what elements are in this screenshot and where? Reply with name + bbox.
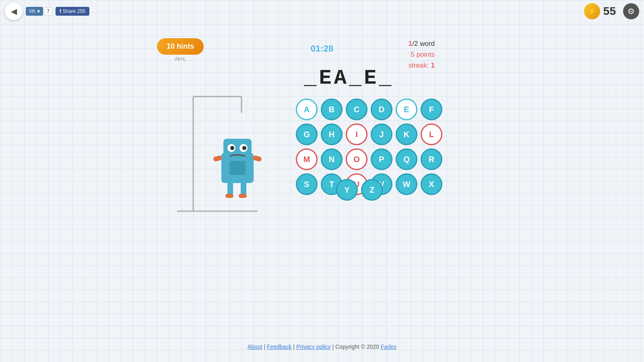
score-points: 5 points — [409, 49, 435, 60]
score-streak: streak: 1 — [409, 60, 435, 71]
letter-btn-d[interactable]: D — [371, 99, 392, 120]
letter-btn-o: O — [346, 148, 367, 170]
svg-rect-14 — [225, 194, 233, 198]
gear-icon: ⚙ — [627, 6, 635, 16]
fb-share-count: 255 — [77, 8, 85, 14]
company-link[interactable]: Farlex — [381, 343, 396, 350]
svg-rect-5 — [223, 139, 252, 161]
letter-btn-b[interactable]: B — [321, 99, 343, 120]
svg-rect-15 — [239, 194, 247, 198]
robot-character — [213, 133, 262, 201]
letter-row-last: YZ — [336, 179, 383, 201]
settings-button[interactable]: ⚙ — [623, 3, 639, 19]
copyright-text: | Copyright © 2020 — [332, 343, 381, 350]
sep2: | — [293, 343, 296, 350]
streak-value: 1 — [431, 62, 435, 69]
word-count-rest: /2 word — [412, 40, 435, 47]
back-button[interactable]: ◀ — [5, 2, 23, 20]
coin-icon: ⚡ — [584, 3, 600, 19]
hints-shortcut: Alt+L — [175, 56, 186, 62]
word-count-highlight: 1 — [409, 40, 412, 47]
letter-btn-f[interactable]: F — [421, 99, 442, 120]
letter-btn-k[interactable]: K — [396, 123, 417, 145]
letter-btn-g[interactable]: G — [296, 123, 318, 145]
game-timer: 01:28 — [311, 43, 333, 54]
letter-btn-z[interactable]: Z — [361, 179, 383, 201]
letter-btn-e: E — [396, 99, 417, 120]
footer: About | Feedback | Privacy policy | Copy… — [248, 343, 396, 350]
fb-share-label: Share — [63, 8, 76, 14]
letter-btn-w[interactable]: W — [396, 173, 417, 195]
vk-share-button[interactable]: VK ♥ — [26, 7, 43, 16]
word-display: _EA_E_ — [304, 66, 394, 90]
sep1: | — [264, 343, 267, 350]
about-link[interactable]: About — [248, 343, 262, 350]
svg-point-9 — [242, 146, 246, 150]
letter-btn-h[interactable]: H — [321, 123, 343, 145]
vk-label: VK — [29, 8, 35, 14]
letter-btn-p[interactable]: P — [371, 148, 392, 170]
hints-area: 10 hints Alt+L — [157, 38, 204, 62]
letter-btn-s[interactable]: S — [296, 173, 318, 195]
letter-btn-n[interactable]: N — [321, 148, 343, 170]
vk-heart-icon: ♥ — [37, 8, 40, 14]
hints-button[interactable]: 10 hints — [157, 38, 204, 55]
svg-rect-16 — [229, 161, 246, 175]
hints-label: 10 hints — [167, 42, 194, 50]
feedback-link[interactable]: Feedback — [267, 343, 291, 350]
letter-btn-l: L — [421, 123, 442, 145]
top-bar: ◀ VK ♥ 7 f Share 255 ⚡ 55 ⚙ — [0, 0, 644, 22]
coins-display: ⚡ 55 ⚙ — [584, 3, 639, 19]
fb-share-button[interactable]: f Share 255 — [56, 7, 89, 16]
svg-point-8 — [230, 146, 234, 150]
letter-btn-c[interactable]: C — [346, 99, 367, 120]
fb-icon: f — [60, 8, 61, 14]
letter-btn-a: A — [296, 99, 318, 120]
vk-count: 7 — [44, 7, 52, 15]
letter-btn-j[interactable]: J — [371, 123, 392, 145]
letter-btn-x[interactable]: X — [421, 173, 442, 195]
score-word: 1/2 word — [409, 38, 435, 49]
letter-btn-r[interactable]: R — [421, 148, 442, 170]
letter-btn-q[interactable]: Q — [396, 148, 417, 170]
streak-label: streak: — [409, 62, 429, 69]
svg-rect-12 — [227, 182, 233, 196]
coin-count: 55 — [603, 5, 616, 18]
svg-rect-13 — [241, 182, 246, 196]
letter-btn-i: I — [346, 123, 367, 145]
svg-rect-11 — [252, 155, 262, 162]
letter-btn-m: M — [296, 148, 318, 170]
svg-rect-10 — [213, 155, 223, 162]
privacy-link[interactable]: Privacy policy — [296, 343, 331, 350]
letter-btn-y[interactable]: Y — [336, 179, 358, 201]
score-area: 1/2 word 5 points streak: 1 — [409, 38, 435, 71]
